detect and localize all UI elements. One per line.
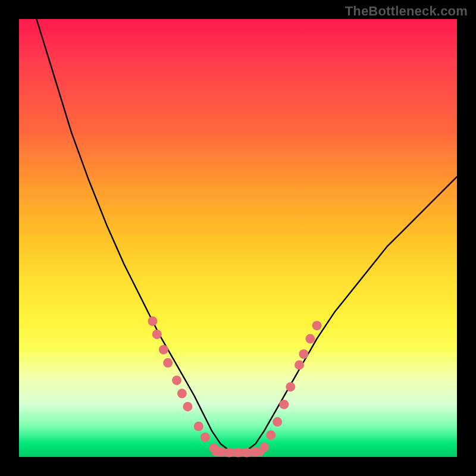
highlight-dot (172, 375, 181, 385)
highlight-dot (259, 443, 269, 452)
highlight-dot (305, 334, 315, 343)
highlight-dot (279, 400, 289, 409)
highlight-dot (286, 382, 295, 392)
highlight-dot (224, 448, 234, 458)
highlight-dot (250, 447, 260, 456)
highlight-dot (299, 349, 308, 359)
highlight-dot (194, 422, 203, 431)
highlight-dot (216, 447, 226, 456)
highlight-dot (152, 330, 162, 339)
highlight-dot (201, 433, 210, 442)
highlight-dot (273, 417, 282, 427)
highlight-dot (163, 358, 173, 368)
highlight-dot (242, 448, 252, 458)
chart-svg (19, 19, 457, 457)
highlight-dot (177, 389, 187, 398)
highlight-dot (266, 430, 275, 440)
highlight-dot (183, 402, 192, 411)
highlight-dot (312, 321, 322, 330)
highlight-dot (233, 448, 243, 458)
highlight-dot (295, 360, 304, 369)
highlight-dots-group (148, 317, 322, 458)
watermark-label: TheBottleneck.com (345, 4, 468, 19)
chart-frame: TheBottleneck.com (0, 0, 476, 476)
highlight-dot (148, 317, 158, 326)
bottleneck-curve (19, 0, 457, 453)
highlight-dot (159, 345, 168, 355)
plot-area (19, 19, 457, 457)
